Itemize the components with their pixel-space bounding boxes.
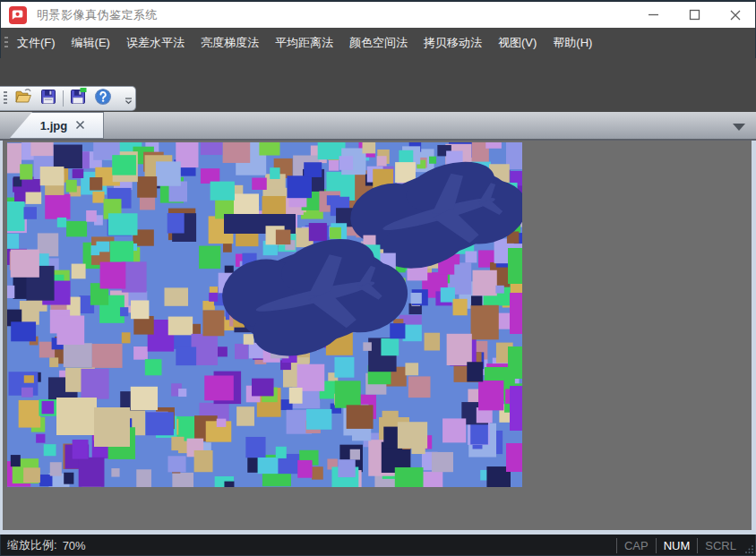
app-logo-icon <box>9 6 27 24</box>
caps-lock-indicator: CAP <box>617 539 656 552</box>
menubar-grip-handle[interactable] <box>4 37 8 50</box>
menu-item-average-distance[interactable]: 平均距离法 <box>268 28 340 58</box>
menu-item-copy-move[interactable]: 拷贝移动法 <box>417 28 489 58</box>
zoom-ratio-value: 70% <box>63 539 86 552</box>
close-x-icon <box>75 117 85 133</box>
toolbar-grip-handle[interactable] <box>4 91 7 106</box>
menu-item-file[interactable]: 文件(F) <box>10 28 63 58</box>
title-bar: 明景影像真伪鉴定系统 <box>0 0 756 28</box>
floppy-disk-icon <box>39 87 58 110</box>
tab-label: 1.jpg <box>28 119 67 133</box>
zoom-ratio-label: 缩放比例: <box>7 537 57 553</box>
save-button[interactable] <box>36 88 61 109</box>
chevron-down-icon <box>125 92 133 107</box>
status-bar: 缩放比例: 70% CAP NUM SCRL <box>0 535 756 556</box>
menu-item-help[interactable]: 帮助(H) <box>546 28 599 58</box>
save-as-button[interactable] <box>65 88 90 109</box>
analysis-image <box>7 142 522 487</box>
open-file-button[interactable] <box>11 88 36 109</box>
num-lock-indicator: NUM <box>657 539 698 552</box>
help-question-icon <box>93 87 113 110</box>
menu-bar: 文件(F) 编辑(E) 误差水平法 亮度梯度法 平均距离法 颜色空间法 拷贝移动… <box>0 28 756 58</box>
menu-item-color-space[interactable]: 颜色空间法 <box>342 28 415 58</box>
window-controls <box>632 2 756 28</box>
maximize-button[interactable] <box>674 2 715 28</box>
help-button[interactable] <box>90 88 116 109</box>
menu-item-view[interactable]: 视图(V) <box>491 28 544 58</box>
tab-list-dropdown-button[interactable] <box>733 124 745 131</box>
folder-open-icon <box>13 87 33 110</box>
minimize-button[interactable] <box>632 2 674 28</box>
scroll-lock-indicator: SCRL <box>698 539 743 552</box>
toolbar <box>0 86 136 111</box>
menu-item-luminance-gradient[interactable]: 亮度梯度法 <box>193 28 266 58</box>
window-title: 明景影像真伪鉴定系统 <box>37 7 158 23</box>
tab-close-button[interactable] <box>75 117 85 133</box>
window-resize-grip[interactable] <box>743 535 756 556</box>
menu-item-error-level-analysis[interactable]: 误差水平法 <box>119 28 192 58</box>
toolbar-dock <box>0 58 756 112</box>
menu-item-edit[interactable]: 编辑(E) <box>64 28 117 58</box>
document-viewport <box>0 141 756 535</box>
keyboard-indicators: CAP NUM SCRL <box>616 535 756 556</box>
floppy-disk-plus-icon <box>68 87 88 110</box>
document-tab-bar: 1.jpg <box>0 112 756 141</box>
toolbar-overflow-button[interactable] <box>125 92 133 108</box>
tab-1jpg[interactable]: 1.jpg <box>9 112 104 139</box>
toolbar-separator <box>63 90 64 107</box>
app-window: 明景影像真伪鉴定系统 文件(F) 编辑(E) 误差水平法 亮度梯度法 平均距离法… <box>0 0 756 556</box>
close-button[interactable] <box>715 2 756 28</box>
